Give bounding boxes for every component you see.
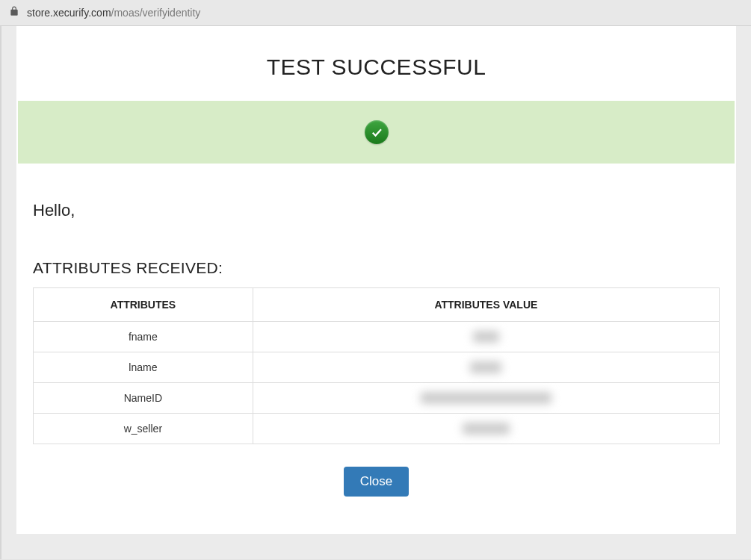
- attribute-value: xxxxxxxxx: [253, 414, 719, 444]
- redacted-value: xxxxxxxxxxxxxxxxxxxxxxxxx: [421, 392, 551, 404]
- attribute-name: lname: [34, 352, 253, 383]
- page-title: TEST SUCCESSFUL: [31, 55, 721, 80]
- table-row: lnamexxxxxx: [34, 352, 720, 383]
- attribute-name: NameID: [34, 383, 253, 414]
- attributes-table: ATTRIBUTES ATTRIBUTES VALUE fnamexxxxxln…: [33, 287, 720, 444]
- attribute-value: xxxxx: [253, 322, 719, 352]
- attribute-value: xxxxxx: [253, 352, 719, 383]
- attribute-name: w_seller: [34, 414, 253, 444]
- greeting-text: Hello,: [16, 164, 736, 220]
- title-area: TEST SUCCESSFUL: [16, 26, 736, 101]
- header-attributes-value: ATTRIBUTES VALUE: [253, 288, 719, 322]
- content-card: TEST SUCCESSFUL Hello, ATTRIBUTES RECEIV…: [16, 26, 736, 534]
- table-header-row: ATTRIBUTES ATTRIBUTES VALUE: [34, 288, 720, 322]
- redacted-value: xxxxxx: [470, 361, 501, 373]
- page-container: TEST SUCCESSFUL Hello, ATTRIBUTES RECEIV…: [0, 26, 751, 559]
- button-row: Close: [16, 444, 736, 497]
- success-check-icon: [365, 120, 389, 144]
- table-row: fnamexxxxx: [34, 322, 720, 352]
- url-path: /moas/verifyidentity: [111, 7, 201, 19]
- success-banner: [18, 101, 735, 164]
- close-button[interactable]: Close: [344, 467, 409, 497]
- attribute-value: xxxxxxxxxxxxxxxxxxxxxxxxx: [253, 383, 719, 414]
- url-text: store.xecurify.com/moas/verifyidentity: [27, 7, 200, 19]
- lock-icon: [9, 6, 19, 19]
- table-row: w_sellerxxxxxxxxx: [34, 414, 720, 444]
- url-host: store.xecurify.com: [27, 7, 111, 19]
- attributes-heading: ATTRIBUTES RECEIVED:: [16, 220, 736, 287]
- redacted-value: xxxxxxxxx: [463, 423, 510, 435]
- browser-url-bar[interactable]: store.xecurify.com/moas/verifyidentity: [0, 0, 751, 26]
- redacted-value: xxxxx: [473, 331, 499, 343]
- table-row: NameIDxxxxxxxxxxxxxxxxxxxxxxxxx: [34, 383, 720, 414]
- attribute-name: fname: [34, 322, 253, 352]
- header-attributes: ATTRIBUTES: [34, 288, 253, 322]
